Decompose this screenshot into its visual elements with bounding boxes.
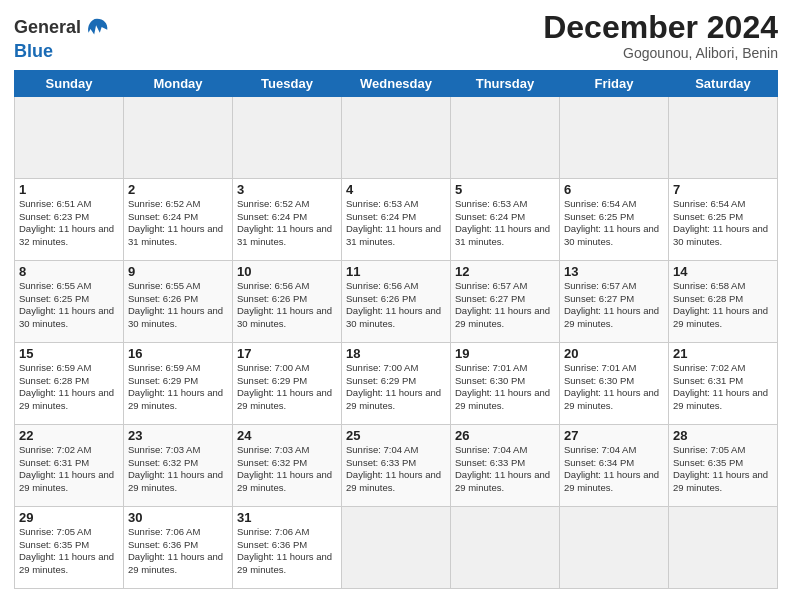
table-cell: 15Sunrise: 6:59 AMSunset: 6:28 PMDayligh…	[15, 342, 124, 424]
day-info: Sunrise: 7:06 AMSunset: 6:36 PMDaylight:…	[237, 526, 337, 577]
day-info: Sunrise: 7:04 AMSunset: 6:33 PMDaylight:…	[455, 444, 555, 495]
table-cell: 13Sunrise: 6:57 AMSunset: 6:27 PMDayligh…	[560, 260, 669, 342]
day-info: Sunrise: 6:59 AMSunset: 6:29 PMDaylight:…	[128, 362, 228, 413]
week-row-4: 22Sunrise: 7:02 AMSunset: 6:31 PMDayligh…	[15, 424, 778, 506]
day-number: 4	[346, 182, 446, 197]
day-number: 19	[455, 346, 555, 361]
day-number: 17	[237, 346, 337, 361]
logo-icon	[83, 14, 111, 42]
table-cell: 20Sunrise: 7:01 AMSunset: 6:30 PMDayligh…	[560, 342, 669, 424]
day-info: Sunrise: 6:56 AMSunset: 6:26 PMDaylight:…	[346, 280, 446, 331]
week-row-0	[15, 96, 778, 178]
day-number: 5	[455, 182, 555, 197]
table-cell	[451, 506, 560, 588]
day-info: Sunrise: 7:02 AMSunset: 6:31 PMDaylight:…	[673, 362, 773, 413]
col-wednesday: Wednesday	[342, 70, 451, 96]
day-number: 18	[346, 346, 446, 361]
day-number: 16	[128, 346, 228, 361]
table-cell: 2Sunrise: 6:52 AMSunset: 6:24 PMDaylight…	[124, 178, 233, 260]
day-info: Sunrise: 7:05 AMSunset: 6:35 PMDaylight:…	[19, 526, 119, 577]
day-number: 21	[673, 346, 773, 361]
day-info: Sunrise: 6:51 AMSunset: 6:23 PMDaylight:…	[19, 198, 119, 249]
col-tuesday: Tuesday	[233, 70, 342, 96]
table-cell	[669, 96, 778, 178]
week-row-1: 1Sunrise: 6:51 AMSunset: 6:23 PMDaylight…	[15, 178, 778, 260]
table-cell	[560, 96, 669, 178]
day-number: 12	[455, 264, 555, 279]
table-cell: 21Sunrise: 7:02 AMSunset: 6:31 PMDayligh…	[669, 342, 778, 424]
day-number: 31	[237, 510, 337, 525]
table-cell	[342, 506, 451, 588]
table-cell	[669, 506, 778, 588]
location: Gogounou, Alibori, Benin	[543, 45, 778, 61]
day-number: 13	[564, 264, 664, 279]
week-row-5: 29Sunrise: 7:05 AMSunset: 6:35 PMDayligh…	[15, 506, 778, 588]
table-cell: 10Sunrise: 6:56 AMSunset: 6:26 PMDayligh…	[233, 260, 342, 342]
col-monday: Monday	[124, 70, 233, 96]
day-info: Sunrise: 6:56 AMSunset: 6:26 PMDaylight:…	[237, 280, 337, 331]
table-cell	[560, 506, 669, 588]
day-number: 2	[128, 182, 228, 197]
day-info: Sunrise: 7:01 AMSunset: 6:30 PMDaylight:…	[564, 362, 664, 413]
table-cell	[124, 96, 233, 178]
day-number: 23	[128, 428, 228, 443]
day-number: 1	[19, 182, 119, 197]
table-cell: 17Sunrise: 7:00 AMSunset: 6:29 PMDayligh…	[233, 342, 342, 424]
month-title: December 2024	[543, 10, 778, 45]
table-cell: 11Sunrise: 6:56 AMSunset: 6:26 PMDayligh…	[342, 260, 451, 342]
day-info: Sunrise: 6:54 AMSunset: 6:25 PMDaylight:…	[673, 198, 773, 249]
day-info: Sunrise: 6:55 AMSunset: 6:26 PMDaylight:…	[128, 280, 228, 331]
table-cell: 29Sunrise: 7:05 AMSunset: 6:35 PMDayligh…	[15, 506, 124, 588]
day-number: 24	[237, 428, 337, 443]
col-saturday: Saturday	[669, 70, 778, 96]
table-cell: 31Sunrise: 7:06 AMSunset: 6:36 PMDayligh…	[233, 506, 342, 588]
day-info: Sunrise: 6:53 AMSunset: 6:24 PMDaylight:…	[455, 198, 555, 249]
table-cell: 14Sunrise: 6:58 AMSunset: 6:28 PMDayligh…	[669, 260, 778, 342]
table-cell: 18Sunrise: 7:00 AMSunset: 6:29 PMDayligh…	[342, 342, 451, 424]
day-number: 11	[346, 264, 446, 279]
day-number: 10	[237, 264, 337, 279]
day-info: Sunrise: 7:00 AMSunset: 6:29 PMDaylight:…	[237, 362, 337, 413]
table-cell	[451, 96, 560, 178]
logo-blue-text: Blue	[14, 42, 111, 62]
table-cell: 6Sunrise: 6:54 AMSunset: 6:25 PMDaylight…	[560, 178, 669, 260]
day-number: 26	[455, 428, 555, 443]
col-friday: Friday	[560, 70, 669, 96]
day-info: Sunrise: 6:54 AMSunset: 6:25 PMDaylight:…	[564, 198, 664, 249]
table-cell: 1Sunrise: 6:51 AMSunset: 6:23 PMDaylight…	[15, 178, 124, 260]
day-info: Sunrise: 7:01 AMSunset: 6:30 PMDaylight:…	[455, 362, 555, 413]
day-info: Sunrise: 7:04 AMSunset: 6:34 PMDaylight:…	[564, 444, 664, 495]
day-info: Sunrise: 6:52 AMSunset: 6:24 PMDaylight:…	[128, 198, 228, 249]
col-thursday: Thursday	[451, 70, 560, 96]
table-cell: 26Sunrise: 7:04 AMSunset: 6:33 PMDayligh…	[451, 424, 560, 506]
table-cell: 27Sunrise: 7:04 AMSunset: 6:34 PMDayligh…	[560, 424, 669, 506]
table-cell: 5Sunrise: 6:53 AMSunset: 6:24 PMDaylight…	[451, 178, 560, 260]
table-cell: 12Sunrise: 6:57 AMSunset: 6:27 PMDayligh…	[451, 260, 560, 342]
day-info: Sunrise: 6:59 AMSunset: 6:28 PMDaylight:…	[19, 362, 119, 413]
day-number: 29	[19, 510, 119, 525]
table-cell: 28Sunrise: 7:05 AMSunset: 6:35 PMDayligh…	[669, 424, 778, 506]
day-info: Sunrise: 6:52 AMSunset: 6:24 PMDaylight:…	[237, 198, 337, 249]
table-cell: 23Sunrise: 7:03 AMSunset: 6:32 PMDayligh…	[124, 424, 233, 506]
table-cell: 24Sunrise: 7:03 AMSunset: 6:32 PMDayligh…	[233, 424, 342, 506]
day-info: Sunrise: 7:06 AMSunset: 6:36 PMDaylight:…	[128, 526, 228, 577]
day-info: Sunrise: 7:03 AMSunset: 6:32 PMDaylight:…	[128, 444, 228, 495]
table-cell: 7Sunrise: 6:54 AMSunset: 6:25 PMDaylight…	[669, 178, 778, 260]
header-row: Sunday Monday Tuesday Wednesday Thursday…	[15, 70, 778, 96]
day-number: 30	[128, 510, 228, 525]
table-cell: 16Sunrise: 6:59 AMSunset: 6:29 PMDayligh…	[124, 342, 233, 424]
day-number: 6	[564, 182, 664, 197]
logo-general: General	[14, 17, 81, 37]
day-number: 3	[237, 182, 337, 197]
day-number: 8	[19, 264, 119, 279]
day-info: Sunrise: 6:58 AMSunset: 6:28 PMDaylight:…	[673, 280, 773, 331]
day-info: Sunrise: 6:57 AMSunset: 6:27 PMDaylight:…	[455, 280, 555, 331]
table-cell: 19Sunrise: 7:01 AMSunset: 6:30 PMDayligh…	[451, 342, 560, 424]
day-info: Sunrise: 6:53 AMSunset: 6:24 PMDaylight:…	[346, 198, 446, 249]
col-sunday: Sunday	[15, 70, 124, 96]
week-row-3: 15Sunrise: 6:59 AMSunset: 6:28 PMDayligh…	[15, 342, 778, 424]
table-cell: 9Sunrise: 6:55 AMSunset: 6:26 PMDaylight…	[124, 260, 233, 342]
day-number: 27	[564, 428, 664, 443]
day-number: 20	[564, 346, 664, 361]
day-info: Sunrise: 6:55 AMSunset: 6:25 PMDaylight:…	[19, 280, 119, 331]
